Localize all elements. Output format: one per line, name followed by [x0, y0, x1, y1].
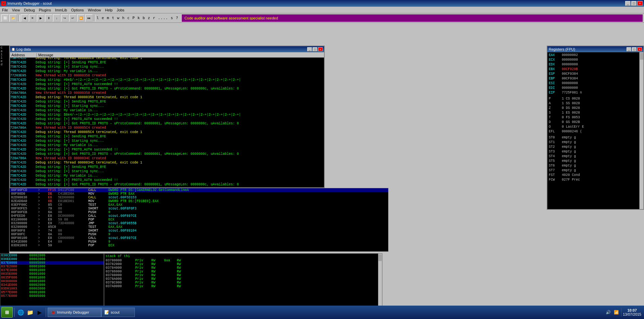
ie-icon: 🌐 — [17, 309, 24, 316]
menu-view[interactable]: View — [10, 7, 22, 13]
notepad-taskbar-icon: 📝 — [104, 310, 109, 315]
log-line: 75B7C42DDebug string: Thread 000005C4 te… — [10, 130, 324, 134]
log-line: 75B7C42DDebug string: [+] Got PROTO_ID P… — [10, 86, 324, 91]
stack-scrollbar[interactable] — [378, 254, 382, 312]
stack-line-6: 0378A000 Priv RW RW — [104, 277, 382, 281]
open-button[interactable]: 📂 — [9, 14, 17, 22]
run-button[interactable]: ▶ — [37, 14, 44, 22]
reg-maximize-button[interactable]: □ — [632, 47, 637, 51]
menu-plugins[interactable]: Plugins — [37, 7, 53, 13]
log-line: 75B7C42DDebug string: My variable is... — [10, 69, 324, 73]
exec-button[interactable]: ⏭ — [85, 14, 93, 22]
mem-line-6: 0035E000 00001000 — [0, 272, 104, 276]
step-into-button[interactable]: ↓ — [53, 14, 60, 22]
menu-file[interactable]: File — [0, 7, 10, 13]
stack-line-4: 03786000 Priv RW RW — [104, 270, 382, 273]
step-out-button[interactable]: ↩ — [69, 14, 76, 22]
start-icon: ⊞ — [5, 310, 9, 315]
disasm-line-2: 00F90D0 > DB C41BED0A MOV DWORD PTR EAX — [10, 192, 388, 196]
reg-scrollbar[interactable] — [639, 52, 643, 209]
volume-icon[interactable]: 📶 — [613, 309, 620, 316]
taskbar-ie-button[interactable]: 🌐 — [16, 308, 25, 317]
disasm-line-5: 03EFF00C > 85 C0 TEST EAX,EAX — [10, 203, 388, 207]
disasm-line-7: 00F90FEB > 6A 00 PUSH 0 — [10, 210, 388, 214]
mem-line-8: 00360000 00001000 — [0, 279, 104, 283]
reg-edx: EDX00000000 — [549, 62, 642, 67]
log-maximize-button[interactable]: □ — [313, 47, 317, 51]
disasm-line-14: 00F90100 > E8 C0060000 CALL scout.00F897… — [10, 236, 388, 240]
toolbar-sep-1 — [18, 15, 19, 21]
reg-esi: ESI00000000 — [549, 81, 642, 86]
reg-t-flag: T0 FS 0053 — [549, 115, 642, 120]
clock-date: 13/07/2015 — [623, 312, 641, 316]
new-button[interactable]: ⬜ — [1, 14, 9, 22]
menu-debug[interactable]: Debug — [22, 7, 37, 13]
disasm-line-10: 03290000 > E9 73D40000 JMP scout.00F9655… — [10, 221, 388, 225]
maximize-button[interactable]: □ — [631, 1, 637, 6]
start-button[interactable]: ⊞ — [1, 307, 13, 318]
reg-scrollbar-thumb[interactable] — [640, 53, 643, 60]
reg-fst: FST4020 Cond — [549, 173, 642, 178]
log-line: 75B7C42DDebug string: [+] Sending PROTO_… — [10, 60, 324, 65]
mem-line-9: 0341E000 00002000 — [0, 283, 104, 287]
left-panel: C a l l e d — [0, 46, 9, 253]
log-close-button[interactable]: × — [318, 47, 323, 51]
close-button[interactable]: × — [637, 1, 643, 6]
log-line: 75B7C42DDebug string: [+] Starting sync.… — [10, 65, 324, 69]
step-over-button[interactable]: ↪ — [61, 14, 68, 22]
stack-line-3: 03784000 Priv RW RW — [104, 266, 382, 270]
ticker-text: Code auditor and software assessment spe… — [182, 14, 643, 22]
log-line: 75B7C42DDebug string: Thread 000006C0 te… — [10, 58, 324, 60]
reg-st4: ST4empty g — [549, 154, 642, 159]
mem-line-1: 036CE000 00002000 — [0, 254, 104, 257]
reg-st7: ST7empty g — [549, 168, 642, 173]
menu-options[interactable]: Options — [69, 7, 86, 13]
menu-help[interactable]: Help — [103, 7, 115, 13]
stack-line-7: 0378C000 Priv RW RW — [104, 281, 382, 284]
immunity-taskbar-label: Immunity Debugger — [57, 310, 89, 314]
stack-panel[interactable]: stack of thi 03780000 Priv RW Gua RW 037… — [104, 253, 382, 312]
taskbar-media-button[interactable]: ▶ — [35, 308, 44, 317]
disasm-line-9: 03190000 > E9 59 08 POP ECX — [10, 218, 388, 221]
disasm-line-12: 00F90F8 > 74 08 SHORT scout.00F89104 — [10, 229, 388, 233]
system-tray: 🔊 📶 10:07 13/07/2015 — [605, 308, 643, 316]
title-text: Immunity Debugger - scout — [7, 1, 625, 5]
log-content[interactable]: 75B7C42DDebug string: [+] Starting sync.… — [10, 58, 324, 187]
back-button[interactable]: ◀ — [21, 14, 28, 22]
taskbar-explorer-button[interactable]: 📁 — [25, 308, 35, 317]
mem-line-5: 037E3000 00001000 — [0, 268, 104, 272]
stack-header-text: stack of thi — [104, 254, 382, 259]
log-col-message: Message — [37, 53, 55, 57]
minimize-button[interactable]: _ — [625, 1, 631, 6]
log-minimize-button[interactable]: _ — [307, 47, 312, 51]
title-bar: 🐞 Immunity Debugger - scout _ □ × — [0, 0, 644, 7]
log-line: 75B7C42DDebug string: $0e4/-+|2-+|2-+|2-… — [10, 113, 324, 117]
mem-line-2: 036EE000 00002000 — [0, 257, 104, 261]
menu-jobs[interactable]: Jobs — [115, 7, 126, 13]
pause-button[interactable]: ⏸ — [45, 14, 52, 22]
reg-minimize-button[interactable]: _ — [627, 47, 631, 51]
disasm-line-selected: 00F90FCD > FF15 D411FC00 CALL DWORD PTR … — [10, 188, 388, 192]
reg-a-flag: A1 SS 0028 — [549, 101, 642, 106]
taskbar-notepad-button[interactable]: 📝 scout — [101, 308, 135, 317]
menu-immlib[interactable]: ImmLib — [53, 7, 69, 13]
mem-line-10: 03D91003 00002000 — [0, 287, 104, 291]
reg-st5: ST5empty g — [549, 159, 642, 164]
taskbar-immunity-button[interactable]: 🐞 Immunity Debugger — [48, 308, 101, 317]
log-line: 75B7C42DDebug string: [+] Got PROTO_ID P… — [10, 121, 324, 126]
memory-panel[interactable]: 036CE000 00002000 036EE000 00002000 037E… — [0, 253, 104, 312]
reg-st0: ST0empty g — [549, 135, 642, 140]
log-line: 75B7C42DDebug string: [+] PROTO_AUTH suc… — [10, 147, 324, 152]
menu-window[interactable]: Window — [86, 7, 103, 13]
taskbar-sep-2 — [46, 308, 46, 317]
disasm-panel[interactable]: 00F90FCD > FF15 D411FC00 CALL DWORD PTR … — [9, 188, 388, 252]
log-line: 75B7C42DDebug string: My variable is... — [10, 108, 324, 113]
reg-eax: EAX00000002 — [549, 53, 642, 58]
reg-s-flag: S1 ES 0028 — [549, 111, 642, 115]
disasm-line-8: 04FEED0 > E8 DC060000 CALL scout.00F897C… — [10, 214, 388, 218]
reg-close-button[interactable]: × — [637, 47, 642, 51]
network-icon[interactable]: 🔊 — [605, 309, 612, 316]
stack-scrollbar-thumb[interactable] — [378, 254, 382, 261]
anim-button[interactable]: ⏩ — [77, 14, 85, 22]
close-proc-button[interactable]: ✕ — [29, 14, 36, 22]
